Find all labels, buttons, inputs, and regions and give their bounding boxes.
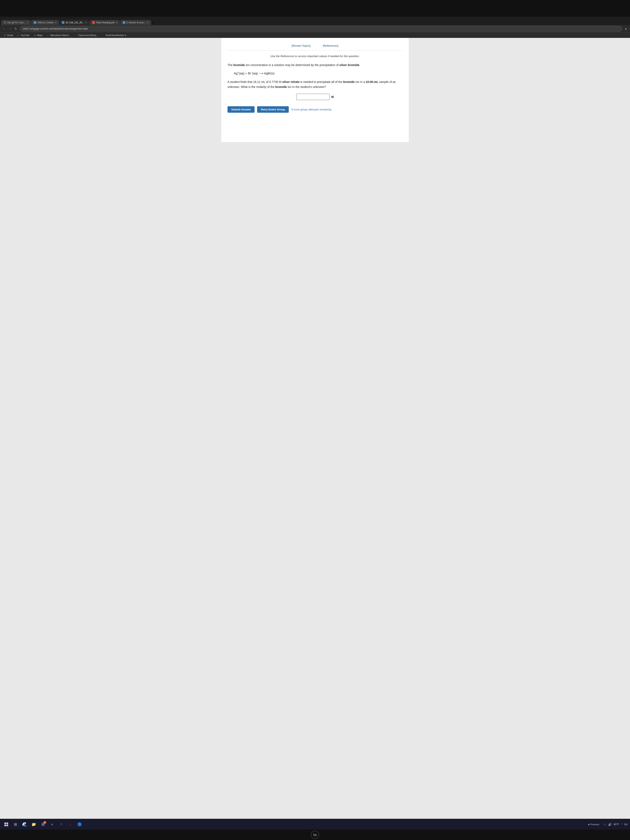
instructions-text: Use the References to access important v…: [227, 55, 403, 58]
chemical-equation: Ag+(aq) + Br−(aq) ⟶ AgBr(s): [234, 71, 403, 76]
toolbar-links: [Review Topics] [References]: [227, 42, 403, 51]
edge-icon: 🌊: [22, 822, 27, 827]
bookmark-label-classroom: ClassroomCliboar...: [78, 34, 98, 36]
unit-label: M: [331, 95, 334, 98]
bookmark-maps[interactable]: ◎ Maps: [32, 33, 44, 37]
bookmarks-bar: M Gmail ▶ YouTube ◎ Maps ≡ Attendance Ma…: [0, 33, 630, 38]
hp-logo: hp: [311, 831, 319, 839]
app-a-button[interactable]: a: [48, 821, 56, 828]
bold-bromide2: bromide: [343, 80, 355, 84]
answer-input[interactable]: [296, 94, 330, 100]
button-row: Submit Answer Retry Entire Group 9 more …: [227, 106, 403, 113]
tab-solved[interactable]: C Solved: A nonc... ✕: [120, 20, 151, 25]
tab-close-active[interactable]: ✕: [85, 22, 87, 24]
address-input[interactable]: [20, 26, 622, 32]
bookmark-gmail[interactable]: M Gmail: [2, 33, 15, 37]
bookmark-label-youtube: YouTube: [21, 34, 30, 36]
forward-button[interactable]: →: [8, 26, 13, 31]
attendance-icon: ≡: [46, 34, 49, 37]
references-link[interactable]: [References]: [323, 44, 338, 47]
previous-label[interactable]: ◄ Previous: [587, 823, 599, 826]
taskbar: ⊞ 🌊 📁 ⊞ 63 a ⁙ ↓ 🔵 ◄: [0, 819, 630, 830]
tab-plato[interactable]: Plato Reading.pdf ✕: [90, 20, 120, 25]
tab-label-solved: C Solved: A nonc...: [126, 21, 146, 24]
bold-silver-nitrate: silver nitrate: [282, 80, 300, 84]
tab-label-plato: Plato Reading.pdf: [96, 21, 114, 24]
tab-label-owlv2: OWLv2 | Online: [38, 21, 54, 24]
review-topics-link[interactable]: [Review Topics]: [292, 44, 310, 47]
bold-bromide1: bromide: [233, 63, 245, 67]
task-view-button[interactable]: ⊞: [12, 821, 19, 828]
temperature-display: 60°F: [614, 823, 619, 826]
tab-label-kar: Kar @ PC | Get...: [8, 21, 25, 24]
tab-active[interactable]: 02_Fall_101_20... ✕: [59, 20, 89, 25]
tab-label-active: 02_Fall_101_20...: [66, 21, 84, 24]
bookmark-attendance[interactable]: ≡ Attendance March...: [45, 33, 72, 37]
store-button[interactable]: ⊞ 63: [39, 821, 47, 828]
question-paragraph1: The bromide ion concentration in a solut…: [227, 63, 403, 68]
task-view-icon: ⊞: [14, 822, 17, 827]
file-explorer-button[interactable]: 📁: [30, 821, 38, 828]
tab-favicon-kar: [4, 21, 6, 24]
back-button[interactable]: ←: [2, 26, 7, 31]
system-tray: ↑↓ 🔊: [603, 823, 612, 826]
new-tab-button[interactable]: +: [152, 21, 153, 25]
tab-bar: Kar @ PC | Get... ✕ OWLv2 | Online ✕ 02_…: [0, 17, 630, 25]
youtube-icon: ▶: [17, 34, 20, 37]
taskbar-right: ◄ Previous ↑↓ 🔊 60°F ^ EN: [587, 823, 627, 826]
tab-kar[interactable]: Kar @ PC | Get... ✕: [1, 20, 31, 25]
bold-silver-bromide: silver bromide: [339, 63, 359, 67]
bottom-bezel: hp: [0, 830, 630, 840]
grid-app-button[interactable]: ⁙: [57, 821, 65, 828]
address-bar-row: ← → ↻ ●: [0, 25, 630, 33]
bookmark-rcm[interactable]: RCM RealClearMarkets 4...: [100, 33, 129, 37]
tab-owlv2[interactable]: OWLv2 | Online ✕: [31, 20, 59, 25]
taskbar-left: ⊞ 🌊 📁 ⊞ 63 a ⁙ ↓ 🔵: [3, 821, 83, 828]
arrow-app-button[interactable]: ↓: [67, 821, 74, 828]
nav-buttons: ← → ↻: [2, 26, 18, 31]
bookmark-label-attendance: Attendance March...: [50, 34, 71, 36]
volume-icon[interactable]: 🔊: [608, 823, 612, 826]
question-paragraph2: A student finds that 16.11 mL of 0.7730 …: [227, 80, 403, 90]
question-container: [Review Topics] [References] Use the Ref…: [221, 38, 409, 142]
tab-close-kar[interactable]: ✕: [27, 22, 28, 24]
app-a-icon: a: [52, 823, 53, 826]
retry-group-button[interactable]: Retry Entire Group: [257, 106, 289, 113]
tab-close-owlv2[interactable]: ✕: [55, 22, 57, 24]
tab-favicon-active: [62, 21, 65, 24]
classroom-icon: ✓: [74, 34, 77, 37]
network-icon[interactable]: ↑↓: [603, 823, 606, 826]
attempts-remaining-text: 9 more group attempts remaining: [291, 108, 331, 111]
tab-favicon-solved: [123, 21, 125, 24]
bookmark-label-rcm: RealClearMarkets 4...: [106, 34, 128, 36]
extensions-button[interactable]: ●: [623, 26, 628, 31]
bold-10ml: 10.00-mL: [366, 80, 378, 84]
submit-answer-button[interactable]: Submit Answer: [227, 106, 254, 113]
answer-row: M: [227, 94, 403, 100]
rcm-icon: RCM: [102, 34, 105, 37]
bookmark-youtube[interactable]: ▶ YouTube: [15, 33, 31, 37]
arrow-icon: ↓: [69, 822, 71, 826]
bookmark-label-maps: Maps: [37, 34, 43, 36]
language-display: EN: [624, 823, 627, 826]
bold-bromide3: bromide: [275, 85, 287, 88]
store-badge: 63: [43, 821, 46, 824]
windows-start-button[interactable]: [3, 821, 10, 828]
grid-icon: ⁙: [60, 822, 63, 827]
maps-icon: ◎: [33, 34, 36, 37]
tab-favicon-owlv2: [34, 21, 36, 24]
tab-close-solved[interactable]: ✕: [147, 22, 148, 24]
bookmark-classroom[interactable]: ✓ ClassroomCliboar...: [73, 33, 100, 37]
gmail-icon: M: [3, 34, 6, 37]
chrome-icon: 🔵: [77, 822, 82, 827]
refresh-button[interactable]: ↻: [13, 26, 18, 31]
edge-taskbar-button[interactable]: 🌊: [21, 821, 28, 828]
question-body: The bromide ion concentration in a solut…: [227, 63, 403, 90]
folder-icon: 📁: [32, 822, 36, 827]
tab-close-plato[interactable]: ✕: [115, 22, 117, 24]
tab-favicon-plato: [92, 21, 95, 24]
bookmark-label-gmail: Gmail: [7, 34, 13, 36]
chrome-button[interactable]: 🔵: [76, 821, 83, 828]
content-area: [Review Topics] [References] Use the Ref…: [0, 38, 630, 819]
